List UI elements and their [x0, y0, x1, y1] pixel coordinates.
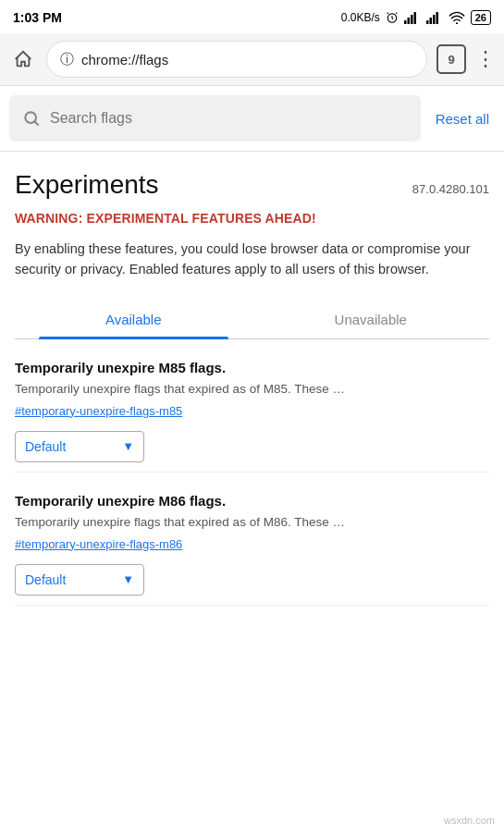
warning-text: WARNING: EXPERIMENTAL FEATURES AHEAD!: [15, 211, 489, 226]
flag-dropdown-m86[interactable]: Default Enabled Disabled: [16, 565, 113, 595]
main-content: Experiments 87.0.4280.101 WARNING: EXPER…: [0, 152, 504, 606]
search-input-wrap[interactable]: [9, 95, 421, 141]
info-icon: ⓘ: [60, 51, 74, 68]
flag-dropdown-m85[interactable]: Default Enabled Disabled: [16, 432, 113, 461]
home-button[interactable]: [9, 45, 37, 73]
search-icon: [22, 109, 41, 128]
flag-description-m85: Temporarily unexpire flags that expired …: [15, 381, 489, 399]
chevron-down-icon: ▼: [113, 432, 143, 460]
version-number: 87.0.4280.101: [412, 182, 489, 196]
flag-item-m86: Temporarily unexpire M86 flags. Temporar…: [15, 473, 489, 606]
flag-link-m86[interactable]: #temporary-unexpire-flags-m86: [15, 537, 489, 551]
search-flags-bar: Reset all: [0, 86, 504, 152]
signal-icon: [404, 11, 421, 24]
status-icons: 0.0KB/s 26: [341, 10, 491, 25]
flag-title-m85: Temporarily unexpire M85 flags.: [15, 360, 489, 375]
watermark: wsxdn.com: [444, 815, 495, 826]
battery-level: 26: [471, 10, 491, 25]
signal-icon-2: [426, 11, 443, 24]
tab-unavailable[interactable]: Unavailable: [252, 301, 490, 338]
svg-rect-1: [404, 20, 407, 24]
flag-dropdown-wrap-m85[interactable]: Default Enabled Disabled ▼: [15, 431, 144, 462]
svg-rect-5: [426, 20, 429, 24]
tabs-row: Available Unavailable: [15, 301, 489, 339]
flag-dropdown-wrap-m86[interactable]: Default Enabled Disabled ▼: [15, 564, 144, 596]
chevron-down-icon-2: ▼: [113, 565, 143, 594]
tab-available[interactable]: Available: [15, 301, 252, 338]
svg-rect-7: [433, 15, 436, 24]
flag-description-m86: Temporarily unexpire flags that expired …: [15, 514, 489, 532]
search-input[interactable]: [50, 110, 408, 127]
svg-rect-2: [407, 18, 410, 24]
status-bar: 1:03 PM 0.0KB/s 26: [0, 0, 504, 33]
wifi-icon: [449, 11, 465, 24]
url-display: chrome://flags: [81, 52, 168, 68]
flag-title-m86: Temporarily unexpire M86 flags.: [15, 493, 489, 509]
svg-rect-6: [429, 18, 432, 24]
svg-point-9: [456, 22, 458, 24]
svg-rect-3: [411, 15, 413, 24]
page-title: Experiments: [15, 170, 159, 200]
experiments-header: Experiments 87.0.4280.101: [15, 170, 489, 200]
time-display: 1:03 PM: [13, 10, 62, 25]
tab-count-button[interactable]: 9: [436, 44, 466, 74]
more-options-button[interactable]: ⋮: [475, 49, 495, 69]
alarm-icon: [386, 11, 399, 24]
reset-all-button[interactable]: Reset all: [430, 111, 495, 127]
svg-rect-8: [436, 12, 438, 24]
svg-rect-4: [413, 12, 416, 24]
flag-link-m85[interactable]: #temporary-unexpire-flags-m85: [15, 404, 489, 418]
network-speed: 0.0KB/s: [341, 11, 380, 24]
flag-item-m85: Temporarily unexpire M85 flags. Temporar…: [15, 339, 489, 473]
address-input[interactable]: ⓘ chrome://flags: [46, 41, 427, 78]
address-bar-row: ⓘ chrome://flags 9 ⋮: [0, 33, 504, 86]
description-text: By enabling these features, you could lo…: [15, 239, 489, 280]
